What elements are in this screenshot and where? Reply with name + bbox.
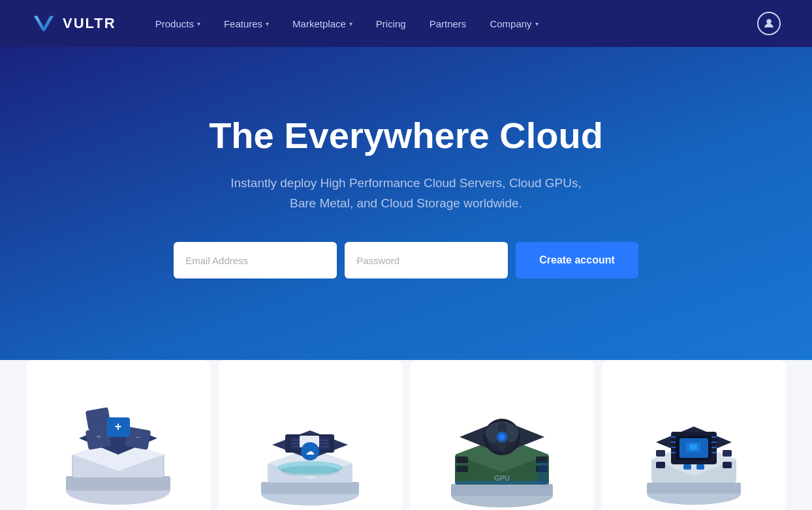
svg-rect-46 (538, 461, 548, 484)
product-cards-section: + ÷ − (0, 360, 812, 510)
svg-text:÷: ÷ (96, 432, 101, 442)
card-cloud-storage: ☁ (218, 360, 402, 510)
nav-links: Products ▾ Features ▾ Marketplace ▾ Pric… (155, 18, 757, 29)
nav-item-marketplace[interactable]: Marketplace ▾ (292, 18, 352, 29)
nav-item-products[interactable]: Products ▾ (155, 18, 200, 29)
email-input[interactable] (174, 242, 337, 278)
svg-point-30 (281, 466, 339, 476)
svg-rect-63 (656, 450, 665, 457)
nav-item-features[interactable]: Features ▾ (224, 18, 269, 29)
compute-illustration: + ÷ − (26, 360, 210, 510)
hero-subtitle: Instantly deploy High Performance Cloud … (223, 173, 589, 213)
card-cloud-compute: + ÷ − (26, 360, 210, 510)
nav-item-partners[interactable]: Partners (429, 18, 467, 29)
svg-rect-48 (647, 483, 741, 494)
storage-illustration: ☁ (218, 360, 402, 510)
svg-text:☁: ☁ (305, 446, 315, 457)
svg-point-39 (499, 434, 505, 440)
chevron-down-icon: ▾ (197, 20, 200, 27)
nav-item-company[interactable]: Company ▾ (490, 18, 538, 29)
svg-rect-32 (451, 484, 553, 496)
chevron-down-icon: ▾ (349, 20, 352, 27)
user-account-icon[interactable] (757, 12, 781, 35)
signup-form: Create account (174, 242, 638, 278)
main-nav: VULTR Products ▾ Features ▾ Marketplace … (0, 0, 812, 47)
svg-point-1 (767, 20, 771, 23)
hero-section: The Everywhere Cloud Instantly deploy Hi… (0, 47, 812, 360)
svg-text:+: + (115, 420, 122, 433)
svg-rect-17 (261, 482, 359, 494)
svg-rect-64 (723, 450, 732, 457)
svg-rect-3 (66, 476, 170, 490)
gpu-illustration: GPU (410, 360, 594, 510)
hero-title: The Everywhere Cloud (209, 115, 603, 156)
brand-logo[interactable]: VULTR (31, 11, 116, 36)
chevron-down-icon: ▾ (535, 20, 539, 27)
svg-text:GPU: GPU (494, 474, 510, 482)
svg-rect-68 (683, 464, 691, 470)
svg-rect-41 (456, 466, 468, 472)
nav-item-pricing[interactable]: Pricing (376, 18, 406, 29)
card-cloud-gpu: GPU (410, 360, 594, 510)
svg-rect-65 (656, 462, 665, 468)
brand-name: VULTR (63, 15, 116, 32)
create-account-button[interactable]: Create account (516, 242, 638, 278)
svg-marker-0 (34, 16, 54, 31)
svg-rect-40 (456, 457, 468, 463)
svg-rect-45 (455, 481, 549, 484)
card-bare-metal (602, 360, 786, 510)
bare-metal-illustration (602, 360, 786, 510)
svg-rect-67 (696, 464, 704, 470)
password-input[interactable] (345, 242, 508, 278)
svg-rect-70 (689, 444, 697, 450)
svg-rect-66 (723, 462, 732, 468)
svg-text:−: − (135, 432, 140, 442)
chevron-down-icon: ▾ (266, 20, 269, 27)
